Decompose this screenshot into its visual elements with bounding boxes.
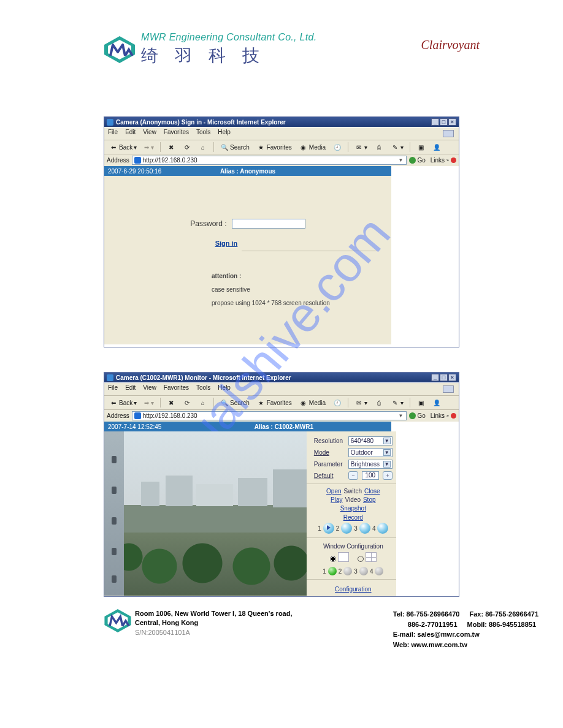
password-row: Password : bbox=[190, 219, 305, 229]
password-input[interactable] bbox=[232, 219, 305, 229]
media-button[interactable]: ◉Media bbox=[297, 142, 328, 153]
edit-button[interactable]: ✎▾ bbox=[388, 397, 406, 408]
play-link[interactable]: Play bbox=[331, 496, 342, 503]
links-bar[interactable]: Links » bbox=[431, 157, 456, 164]
channel-3-button[interactable] bbox=[359, 567, 368, 575]
go-button[interactable]: Go bbox=[409, 412, 425, 419]
messenger-button[interactable]: 👤 bbox=[430, 142, 443, 153]
mail-button[interactable]: ✉▾ bbox=[352, 142, 370, 153]
parameter-select[interactable]: Brightness▼ bbox=[348, 460, 393, 469]
forward-button[interactable]: ➡ ▾ bbox=[142, 398, 156, 408]
record-4-button[interactable] bbox=[377, 523, 388, 534]
camera-header-bar: 2007-7-14 12:52:45 Alias : C1002-MWR1 bbox=[104, 422, 391, 431]
increase-button[interactable]: + bbox=[383, 471, 393, 480]
back-button[interactable]: ⬅Back ▾ bbox=[107, 142, 139, 153]
layout-single-radio[interactable] bbox=[330, 556, 336, 562]
close-link[interactable]: Close bbox=[364, 488, 380, 495]
menu-help[interactable]: Help bbox=[218, 384, 231, 394]
menu-edit[interactable]: Edit bbox=[125, 384, 136, 394]
print-button[interactable]: ⎙ bbox=[372, 397, 386, 408]
home-button[interactable]: ⌂ bbox=[196, 397, 210, 408]
window-config-label: Window Configuration bbox=[314, 543, 393, 550]
home-button[interactable]: ⌂ bbox=[196, 142, 210, 153]
record-2-button[interactable] bbox=[341, 523, 352, 534]
mode-label: Mode bbox=[314, 449, 345, 456]
mail-icon: ✉ bbox=[354, 143, 363, 151]
discuss-button[interactable]: ▣ bbox=[414, 142, 427, 153]
layout-quad-radio[interactable] bbox=[358, 556, 364, 562]
stop-button[interactable]: ✖ bbox=[164, 142, 178, 153]
close-button[interactable]: × bbox=[448, 374, 456, 381]
address-label: Address bbox=[107, 412, 129, 419]
refresh-button[interactable]: ⟳ bbox=[180, 397, 194, 408]
menu-file[interactable]: File bbox=[108, 129, 118, 138]
record-3-button[interactable] bbox=[359, 523, 370, 534]
record-1-button[interactable] bbox=[323, 523, 334, 534]
open-link[interactable]: Open bbox=[326, 488, 341, 495]
default-label[interactable]: Default bbox=[314, 472, 345, 479]
menu-file[interactable]: File bbox=[108, 384, 118, 394]
messenger-button[interactable]: 👤 bbox=[430, 397, 443, 408]
menu-favorites[interactable]: Favorites bbox=[164, 384, 189, 394]
camera-video-view bbox=[104, 431, 307, 596]
configuration-link[interactable]: Configuration bbox=[335, 586, 371, 593]
menu-bar: File Edit View Favorites Tools Help bbox=[104, 382, 459, 396]
stop-link[interactable]: Stop bbox=[363, 496, 376, 503]
menu-tools[interactable]: Tools bbox=[196, 129, 210, 138]
favorites-button[interactable]: ★Favorites bbox=[255, 397, 294, 408]
back-button[interactable]: ⬅Back ▾ bbox=[107, 397, 139, 408]
minimize-button[interactable]: _ bbox=[431, 374, 439, 381]
search-button[interactable]: 🔍Search bbox=[218, 397, 252, 408]
history-icon: 🕘 bbox=[333, 398, 342, 407]
links-bar[interactable]: Links » bbox=[431, 412, 456, 419]
channel-2-button[interactable] bbox=[343, 567, 352, 575]
discuss-icon: ▣ bbox=[416, 398, 425, 407]
ie-window-signin: Camera (Anonymous) Sign in - Microsoft I… bbox=[104, 116, 459, 347]
mode-select[interactable]: Outdoor▼ bbox=[348, 448, 393, 457]
address-label: Address bbox=[107, 157, 129, 164]
history-button[interactable]: 🕘 bbox=[331, 397, 344, 408]
discuss-button[interactable]: ▣ bbox=[414, 397, 427, 408]
video-row: Play Video Stop bbox=[314, 496, 393, 503]
signin-link[interactable]: Sign in bbox=[215, 240, 238, 247]
edit-button[interactable]: ✎▾ bbox=[388, 142, 406, 153]
stop-button[interactable]: ✖ bbox=[164, 397, 178, 408]
address-input[interactable]: http://192.168.0.230 ▼ bbox=[132, 411, 407, 420]
go-button[interactable]: Go bbox=[409, 157, 425, 164]
value-box[interactable]: 100 bbox=[362, 471, 379, 480]
menu-favorites[interactable]: Favorites bbox=[164, 129, 189, 138]
attention-heading: attention : bbox=[212, 270, 391, 283]
mail-button[interactable]: ✉▾ bbox=[352, 397, 370, 408]
maximize-button[interactable]: □ bbox=[440, 118, 448, 126]
search-button[interactable]: 🔍Search bbox=[218, 142, 252, 153]
maximize-button[interactable]: □ bbox=[440, 374, 448, 381]
login-panel: Password : Sign in attention : case sens… bbox=[104, 176, 391, 344]
address-input[interactable]: http://192.168.0.230 ▼ bbox=[132, 156, 407, 165]
decrease-button[interactable]: − bbox=[348, 471, 358, 480]
channel-select-row: 1 2 3 4 bbox=[314, 567, 393, 575]
snapshot-link[interactable]: Snapshot bbox=[340, 505, 366, 512]
close-button[interactable]: × bbox=[448, 118, 456, 126]
menu-tools[interactable]: Tools bbox=[196, 384, 210, 394]
ie-icon bbox=[107, 374, 113, 381]
address-dropdown-icon[interactable]: ▼ bbox=[397, 157, 404, 163]
page-content: 2007-7-14 12:52:45 Alias : C1002-MWR1 bbox=[104, 422, 459, 596]
menu-view[interactable]: View bbox=[143, 129, 156, 138]
channel-1-button[interactable] bbox=[328, 567, 337, 575]
resolution-select[interactable]: 640*480▼ bbox=[348, 436, 393, 446]
menu-edit[interactable]: Edit bbox=[125, 129, 136, 138]
favorites-button[interactable]: ★Favorites bbox=[255, 142, 294, 153]
media-button[interactable]: ◉Media bbox=[297, 397, 328, 408]
address-dropdown-icon[interactable]: ▼ bbox=[397, 413, 404, 419]
channel-4-button[interactable] bbox=[375, 567, 383, 575]
history-button[interactable]: 🕘 bbox=[331, 142, 344, 153]
refresh-button[interactable]: ⟳ bbox=[180, 142, 194, 153]
menu-view[interactable]: View bbox=[143, 384, 156, 394]
minimize-button[interactable]: _ bbox=[431, 118, 439, 126]
media-icon: ◉ bbox=[299, 143, 308, 151]
forward-button[interactable]: ➡ ▾ bbox=[142, 143, 156, 152]
menu-help[interactable]: Help bbox=[218, 129, 231, 138]
refresh-icon: ⟳ bbox=[183, 143, 191, 151]
monitor-panel: Resolution 640*480▼ Mode Outdoor▼ Parame… bbox=[104, 431, 459, 596]
print-button[interactable]: ⎙ bbox=[372, 142, 386, 153]
